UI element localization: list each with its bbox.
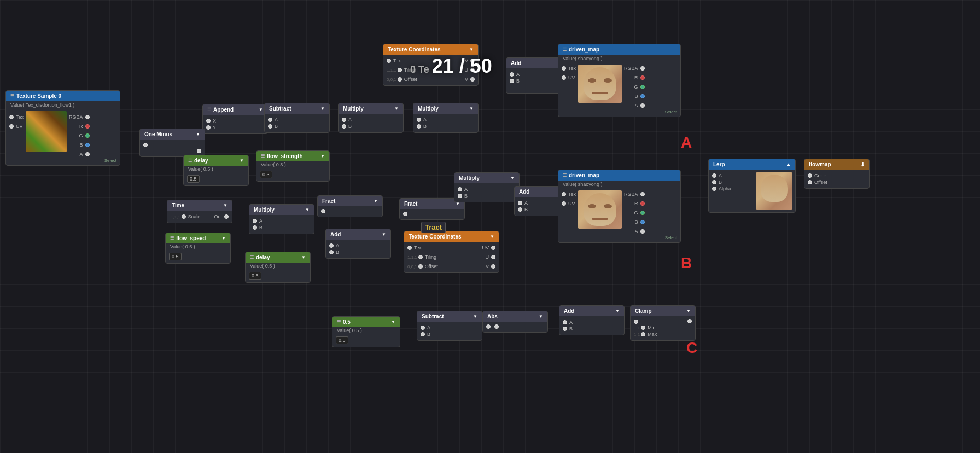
dropdown-arrow[interactable]: ▼ [259, 107, 263, 112]
port-dot [329, 243, 334, 248]
clamp-bot-node[interactable]: Clamp ▼ 1,1 Min 1,1 Max [630, 305, 696, 341]
fract-left-node[interactable]: Fract ▼ [317, 195, 383, 217]
port-b: B [342, 124, 400, 129]
dropdown-arrow[interactable]: ▼ [510, 176, 515, 181]
port-dot-rgba [85, 115, 90, 119]
tex-coord-bot-body: Tex 1,1,1 Tiling 0,0,1 Offset UV U V [404, 242, 499, 272]
flowmap-node[interactable]: flowmap_ ⬇ Color Offset [804, 159, 870, 189]
menu-icon[interactable]: ☰ [188, 158, 192, 163]
flow-strength-value[interactable]: 0.3 [260, 171, 272, 178]
delay-mid-node[interactable]: ☰ delay ▼ Value( 0.5 ) 0.5 [245, 252, 311, 283]
port-r: R [79, 124, 90, 129]
dropdown-arrow[interactable]: ▼ [374, 199, 378, 204]
port-dot-g [85, 133, 90, 138]
download-icon[interactable]: ⬇ [860, 161, 865, 167]
port-dot-out [494, 324, 499, 329]
dropdown-arrow[interactable]: ▼ [469, 47, 474, 52]
flow-speed-value[interactable]: 0.5 [169, 253, 182, 260]
delay-top-node[interactable]: ☰ delay ▼ Value( 0.5 ) 0.5 [183, 155, 249, 186]
flow-strength-header: ☰ flow_strength ▼ [256, 151, 329, 161]
fract-right-body [400, 209, 464, 219]
menu-icon[interactable]: ☰ [10, 94, 14, 98]
dropdown-arrow[interactable]: ▼ [469, 106, 474, 111]
dropdown-arrow[interactable]: ▼ [490, 234, 494, 239]
menu-icon[interactable]: ☰ [563, 173, 567, 178]
port-dot [268, 124, 272, 129]
port-dot [634, 320, 638, 324]
flow-speed-header: ☰ flow_speed ▼ [166, 233, 230, 243]
subtract-top-node[interactable]: Subtract ▼ A B [264, 103, 330, 133]
add-bot-node[interactable]: Add ▼ A B [559, 305, 625, 335]
time-node[interactable]: Time ▼ 1,1,1 Scale Out [167, 200, 232, 223]
texture-coordinates-bot-node[interactable]: Texture Coordinates ▼ Tex 1,1,1 Tiling 0… [404, 231, 499, 273]
port-dot [712, 173, 716, 178]
value-05-bot-val[interactable]: 0.5 [336, 336, 348, 344]
texture-sample-node[interactable]: ☰ Texture Sample 0 Value( Tex_disdortion… [5, 90, 120, 166]
select-label-b[interactable]: Select [562, 235, 677, 240]
dropdown-arrow[interactable]: ▼ [539, 314, 543, 319]
dropdown-arrow[interactable]: ▼ [196, 132, 200, 137]
menu-icon[interactable]: ☰ [261, 154, 265, 159]
dropdown-arrow[interactable]: ▼ [320, 106, 325, 111]
dropdown-arrow[interactable]: ▼ [473, 314, 477, 319]
lerp-node[interactable]: Lerp ▲ A B Alpha [708, 159, 796, 213]
multiply-top2-node[interactable]: Multiply ▼ A B [413, 103, 479, 133]
port-tex: Tex [562, 66, 576, 71]
menu-icon[interactable]: ☰ [250, 255, 254, 260]
menu-icon[interactable]: ☰ [207, 107, 211, 112]
add-bot-header: Add ▼ [559, 306, 624, 316]
delay-top-value[interactable]: 0.5 [187, 175, 200, 183]
port-dot [182, 214, 186, 219]
driven-map-b-subtitle: Value( shaoyong ) [558, 181, 680, 188]
port-dot [640, 220, 645, 224]
flow-strength-node[interactable]: ☰ flow_strength ▼ Value( 0.3 ) 0.3 [256, 150, 330, 182]
abs-bot-node[interactable]: Abs ▼ [482, 311, 548, 333]
tex-coord-top-header: Texture Coordinates ▼ [383, 44, 478, 55]
dropdown-arrow[interactable]: ▼ [223, 203, 228, 208]
port-dot [418, 255, 423, 259]
dropdown-arrow[interactable]: ▼ [305, 207, 310, 212]
add-mid-node[interactable]: Add ▼ A B [325, 229, 391, 259]
menu-icon[interactable]: ☰ [170, 236, 174, 241]
dropdown-arrow[interactable]: ▼ [391, 320, 395, 324]
port-dot [329, 250, 334, 254]
dropdown-arrow[interactable]: ▼ [382, 232, 386, 237]
port-dot [640, 66, 645, 71]
menu-icon[interactable]: ☰ [337, 320, 341, 324]
subtract-bot-node[interactable]: Subtract ▼ A B [417, 311, 482, 341]
multiply-top-node[interactable]: Multiply ▼ A B [338, 103, 404, 133]
port-dot [640, 76, 645, 80]
dropdown-arrow[interactable]: ▼ [686, 309, 691, 313]
select-label[interactable]: Select [9, 158, 116, 163]
one-minus-node[interactable]: One Minus ▼ [139, 129, 205, 157]
dropdown-arrow[interactable]: ▼ [615, 309, 620, 313]
dropdown-arrow[interactable]: ▼ [394, 106, 399, 111]
dropdown-arrow[interactable]: ▼ [320, 154, 325, 159]
port-dot [398, 68, 402, 72]
delay-mid-header: ☰ delay ▼ [246, 252, 310, 263]
dropdown-arrow[interactable]: ▲ [786, 162, 791, 167]
select-label-a[interactable]: Select [562, 109, 677, 114]
delay-mid-value[interactable]: 0.5 [249, 272, 261, 280]
port-offset: Offset [808, 179, 866, 185]
dropdown-arrow[interactable]: ▼ [301, 255, 306, 260]
driven-map-b-header: ☰ driven_map [558, 170, 680, 181]
driven-map-a-body: Tex UV RGBA R G B A Select [558, 62, 680, 117]
port-dot [641, 326, 645, 330]
dropdown-arrow[interactable]: ▼ [240, 158, 244, 163]
menu-icon[interactable]: ☰ [563, 47, 567, 52]
port-dot [641, 332, 645, 336]
port-dot-b [85, 143, 90, 147]
dropdown-arrow[interactable]: ▼ [221, 236, 226, 241]
multiply-mid2-body: A B [454, 183, 519, 202]
append-node[interactable]: ☰ Append ▼ X Y [202, 104, 268, 134]
driven-map-b-node[interactable]: ☰ driven_map Value( shaoyong ) Tex UV RG… [558, 170, 681, 243]
multiply-mid2-node[interactable]: Multiply ▼ A B [454, 172, 520, 202]
port-dot [421, 326, 425, 330]
flow-speed-node[interactable]: ☰ flow_speed ▼ Value( 0.5 ) 0.5 [165, 233, 231, 264]
connections-layer [0, 0, 164, 82]
driven-map-a-node[interactable]: ☰ driven_map Value( shaoyong ) Tex UV RG… [558, 44, 681, 117]
multiply-mid-node[interactable]: Multiply ▼ A B [249, 204, 314, 234]
value-05-bot-node[interactable]: ☰ 0.5 ▼ Value( 0.5 ) 0.5 [332, 316, 400, 347]
port-dot-in [403, 212, 407, 216]
